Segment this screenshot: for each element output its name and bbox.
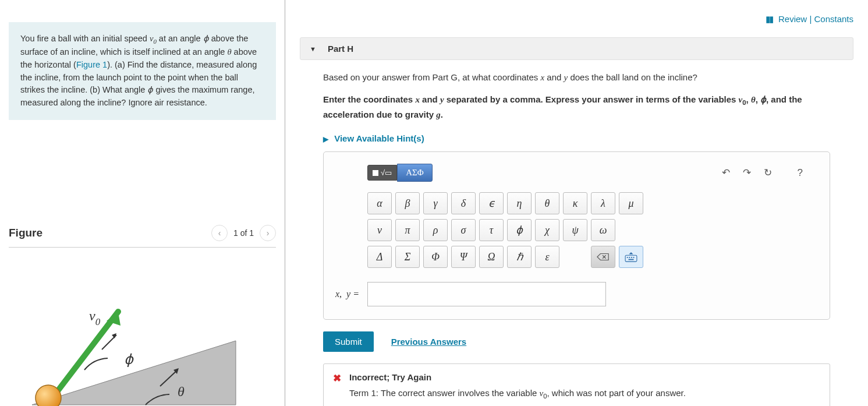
- key-delta[interactable]: δ: [451, 192, 476, 214]
- text: Based on your answer from Part G, at wha…: [323, 72, 541, 82]
- text: ,: [746, 94, 751, 104]
- key-omega[interactable]: ω: [591, 219, 615, 241]
- svg-marker-0: [32, 341, 236, 405]
- answer-label: x, y =: [335, 289, 367, 299]
- figure-image: v0 ϕ θ: [9, 300, 276, 406]
- var-phi: ϕ: [147, 85, 153, 94]
- text: and: [544, 72, 564, 82]
- svg-point-3: [36, 385, 61, 406]
- key-alpha[interactable]: α: [367, 192, 392, 214]
- key-theta[interactable]: θ: [535, 192, 559, 214]
- main-panel: ▮▮ Review | Constants ▼ Part H Based on …: [285, 0, 868, 406]
- text: Term 1: The correct answer involves the …: [349, 388, 540, 398]
- key-phi[interactable]: ϕ: [507, 219, 532, 241]
- key-kappa[interactable]: κ: [563, 192, 587, 214]
- math-template-tab[interactable]: √▭: [367, 165, 397, 181]
- key-Omega[interactable]: Ω: [479, 246, 504, 268]
- key-beta[interactable]: β: [395, 192, 420, 214]
- figure-link[interactable]: Figure 1: [76, 60, 107, 69]
- key-rho[interactable]: ρ: [423, 219, 448, 241]
- answer-input[interactable]: [367, 282, 606, 306]
- incorrect-icon: ✖: [333, 372, 341, 384]
- answer-input-row: x, y =: [335, 282, 807, 306]
- figure-next-button[interactable]: ›: [260, 225, 276, 241]
- key-pi[interactable]: π: [395, 219, 420, 241]
- part-header[interactable]: ▼ Part H: [300, 37, 853, 60]
- svg-rect-26: [629, 259, 634, 260]
- help-icon[interactable]: ?: [798, 167, 803, 179]
- svg-text:ϕ: ϕ: [124, 352, 134, 367]
- var-phi: ϕ: [760, 95, 766, 104]
- key-eta[interactable]: η: [507, 192, 532, 214]
- question-text: Based on your answer from Part G, at wha…: [323, 70, 830, 84]
- svg-rect-23: [629, 257, 630, 258]
- key-chi[interactable]: χ: [535, 219, 559, 241]
- undo-icon[interactable]: ↶: [722, 167, 730, 179]
- text: does the ball land on the incline?: [568, 72, 697, 82]
- sqrt-icon: √▭: [381, 168, 392, 177]
- figure-prev-button[interactable]: ‹: [211, 225, 228, 241]
- svg-rect-21: [625, 255, 637, 262]
- feedback-body: Term 1: The correct answer involves the …: [349, 388, 818, 400]
- greek-tab[interactable]: ΑΣΦ: [397, 164, 433, 182]
- review-link[interactable]: Review: [778, 14, 807, 24]
- greek-keyboard: α β γ δ ϵ η θ κ λ μ ν π ρ: [367, 192, 807, 268]
- svg-rect-24: [631, 257, 632, 258]
- text: ,: [756, 94, 760, 104]
- key-hbar[interactable]: ℏ: [507, 246, 532, 268]
- expand-icon: ▶: [323, 135, 328, 143]
- text: , which was not part of your answer.: [547, 388, 685, 398]
- problem-sidebar: You fire a ball with an initial speed v0…: [0, 0, 285, 406]
- key-epsilon[interactable]: ϵ: [479, 192, 504, 214]
- redo-icon[interactable]: ↷: [743, 167, 751, 179]
- feedback-box: ✖ Incorrect; Try Again Term 1: The corre…: [323, 363, 830, 406]
- key-Delta[interactable]: Δ: [367, 246, 392, 268]
- key-psi[interactable]: ψ: [563, 219, 587, 241]
- text: separated by a comma. Express your answe…: [444, 94, 739, 104]
- reset-icon[interactable]: ↻: [764, 167, 772, 179]
- rect-icon: [373, 170, 378, 176]
- figure-count: 1 of 1: [233, 228, 254, 238]
- text: Enter the coordinates: [323, 94, 415, 104]
- figure-header: Figure ‹ 1 of 1 ›: [9, 225, 276, 248]
- key-varepsilon[interactable]: ε: [535, 246, 559, 268]
- key-gamma[interactable]: γ: [423, 192, 448, 214]
- key-mu[interactable]: μ: [619, 192, 643, 214]
- instruction-text: Enter the coordinates x and y separated …: [323, 93, 830, 122]
- part-label: Part H: [328, 44, 353, 54]
- feedback-title: Incorrect; Try Again: [349, 372, 818, 382]
- var-theta: θ: [227, 47, 231, 57]
- key-nu[interactable]: ν: [367, 219, 392, 241]
- key-tau[interactable]: τ: [479, 219, 504, 241]
- text: .: [441, 110, 443, 119]
- constants-link[interactable]: Constants: [814, 14, 853, 24]
- text: at an angle: [157, 34, 203, 43]
- svg-rect-25: [633, 257, 635, 258]
- equation-toolbar: √▭ ΑΣΦ ↶ ↷ ↻ ?: [367, 164, 807, 182]
- svg-marker-20: [629, 252, 633, 255]
- text: You fire a ball with an initial speed: [20, 34, 150, 43]
- svg-rect-22: [627, 257, 628, 258]
- hints-label: View Available Hint(s): [334, 133, 424, 143]
- key-Sigma[interactable]: Σ: [395, 246, 420, 268]
- submit-button[interactable]: Submit: [323, 331, 374, 352]
- key-sigma[interactable]: σ: [451, 219, 476, 241]
- top-links: ▮▮ Review | Constants: [300, 0, 853, 24]
- view-hints-toggle[interactable]: ▶ View Available Hint(s): [323, 133, 830, 143]
- key-Psi[interactable]: Ψ: [451, 246, 476, 268]
- spacer: [563, 246, 587, 268]
- previous-answers-link[interactable]: Previous Answers: [391, 337, 467, 347]
- problem-statement: You fire a ball with an initial speed v0…: [9, 22, 276, 120]
- answer-box: √▭ ΑΣΦ ↶ ↷ ↻ ? α: [323, 151, 830, 320]
- key-Phi[interactable]: Φ: [423, 246, 448, 268]
- var-theta: θ: [751, 95, 756, 104]
- figure-title: Figure: [9, 227, 42, 239]
- book-icon: ▮▮: [766, 14, 773, 24]
- key-backspace[interactable]: [591, 246, 615, 268]
- collapse-icon: ▼: [310, 45, 316, 52]
- key-lambda[interactable]: λ: [591, 192, 615, 214]
- var-y: y: [440, 95, 444, 104]
- key-keyboard-toggle[interactable]: [619, 246, 643, 268]
- text: and: [420, 94, 440, 104]
- var-phi: ϕ: [203, 34, 209, 43]
